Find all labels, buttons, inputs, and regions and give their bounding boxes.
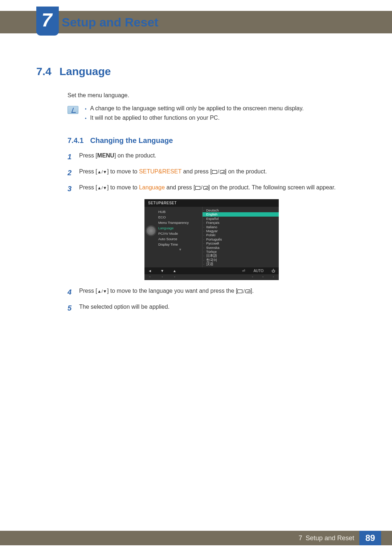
enter-source-icon: /	[237, 288, 250, 295]
up-down-icon: ▲/▼	[97, 288, 107, 295]
osd-title: SETUP&RESET	[144, 199, 279, 207]
note-item: A change to the language setting will on…	[85, 105, 304, 112]
osd-language-item: Français	[203, 221, 279, 225]
osd-menu-item: Language	[158, 225, 202, 231]
note-icon	[68, 106, 78, 114]
osd-button-bar: ◄ ▼ ▲ ⏎ AUTO ⏻	[144, 267, 279, 274]
step-body: Press [▲/▼] to move to Language and pres…	[79, 183, 356, 194]
power-icon: ⏻	[271, 269, 276, 273]
osd-menu-item: PC/AV Mode	[158, 231, 202, 236]
step: 2 Press [▲/▼] to move to SETUP&RESET and…	[68, 167, 356, 178]
osd-left-menu: HUBECOMenu TransparencyLanguagePC/AV Mod…	[144, 207, 203, 267]
step-body: The selected option will be applied.	[79, 303, 356, 313]
osd-body: HUBECOMenu TransparencyLanguagePC/AV Mod…	[144, 207, 279, 267]
gear-icon	[147, 226, 155, 235]
osd-menu-item: Menu Transparency	[158, 220, 202, 225]
osd-language-item: Polski	[203, 233, 279, 237]
note-list: A change to the language setting will on…	[85, 105, 304, 124]
osd-menu-item: Auto Source	[158, 236, 202, 242]
section-number: 7.4	[36, 65, 52, 78]
step-body: Press [▲/▼] to move to SETUP&RESET and p…	[79, 167, 356, 178]
note-item: It will not be applied to other function…	[85, 115, 304, 121]
step: 3 Press [▲/▼] to move to Language and pr…	[68, 183, 356, 194]
menu-button-label: MENU	[97, 152, 114, 159]
subsection-title: Changing the Language	[90, 136, 173, 145]
chapter-badge: 7	[36, 7, 59, 36]
step-number: 2	[68, 167, 74, 178]
footer-chapter-number: 7	[299, 534, 302, 542]
auto-label: AUTO	[253, 269, 264, 273]
footer-bar: 7 Setup and Reset 89	[0, 531, 392, 545]
step: 1 Press [MENU] on the product.	[68, 151, 356, 162]
enter-source-icon: /	[195, 184, 208, 192]
up-icon: ▲	[172, 269, 177, 273]
section-heading: 7.4 Language	[36, 65, 356, 78]
top-bar: Setup and Reset	[0, 11, 392, 33]
osd-language-item: Deutsch	[203, 208, 279, 212]
page-number: 89	[359, 531, 381, 545]
setup-reset-keyword: SETUP&RESET	[139, 168, 181, 175]
subsection-number: 7.4.1	[68, 136, 83, 145]
osd-language-item: Svenska	[203, 246, 279, 250]
enter-source-icon: /	[212, 168, 225, 176]
osd-language-item: Русский	[203, 241, 279, 245]
section-title: Language	[60, 65, 111, 78]
language-keyword: Language	[139, 184, 165, 190]
osd-menu-item: Display Time	[158, 242, 202, 247]
osd-language-item: Magyar	[203, 229, 279, 233]
osd-language-item: Português	[203, 237, 279, 241]
step-number: 3	[68, 183, 74, 194]
down-icon: ▼	[160, 269, 165, 273]
osd-language-item: 汉语	[203, 262, 279, 266]
up-down-icon: ▲/▼	[97, 185, 107, 191]
note-block: A change to the language setting will on…	[68, 105, 356, 124]
enter-icon: ⏎	[241, 269, 246, 273]
osd-menu-item: HUB	[158, 209, 202, 214]
osd-menu-item: ECO	[158, 214, 202, 220]
step: 4 Press [▲/▼] to move to the language yo…	[68, 287, 356, 297]
osd-language-item: English	[203, 212, 279, 216]
step-body: Press [MENU] on the product.	[79, 151, 356, 162]
section-intro: Set the menu language.	[68, 92, 356, 99]
more-down-icon: ▼	[158, 248, 202, 251]
osd-screenshot: SETUP&RESET HUBECOMenu TransparencyLangu…	[144, 199, 279, 280]
osd-language-item: Türkçe	[203, 250, 279, 254]
page-content: 7.4 Language Set the menu language. A ch…	[36, 65, 356, 319]
osd-language-item: Italiano	[203, 225, 279, 229]
step-body: Press [▲/▼] to move to the language you …	[79, 287, 356, 297]
osd-language-item: Español	[203, 217, 279, 221]
steps-list: 1 Press [MENU] on the product. 2 Press […	[68, 151, 356, 313]
subsection-heading: 7.4.1 Changing the Language	[68, 136, 356, 145]
chapter-title: Setup and Reset	[62, 15, 158, 29]
osd-language-list: DeutschEnglishEspañolFrançaisItalianoMag…	[203, 207, 279, 267]
footer-chapter-title: Setup and Reset	[306, 534, 354, 542]
step-number: 4	[68, 287, 74, 297]
osd-language-item: 日本語	[203, 254, 279, 258]
step-number: 1	[68, 151, 74, 162]
osd-language-item: 한국어	[203, 258, 279, 262]
up-down-icon: ▲/▼	[97, 169, 107, 175]
step-number: 5	[68, 303, 74, 313]
chapter-number: 7	[42, 11, 54, 32]
step: 5 The selected option will be applied.	[68, 303, 356, 313]
osd-button-dots: ▫▫▫ ▫▫▫	[144, 274, 279, 280]
back-icon: ◄	[147, 269, 152, 273]
